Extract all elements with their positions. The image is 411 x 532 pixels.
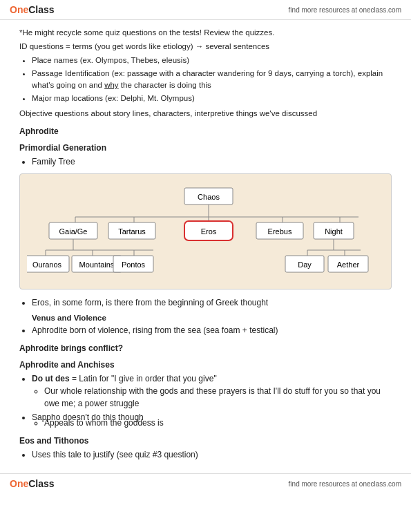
svg-text:Day: Day	[298, 260, 312, 269]
bullet-passage-id: Passage Identification (ex: passage with…	[32, 68, 392, 92]
bullet-place-names: Place names (ex. Olympos, Thebes, eleusi…	[32, 55, 392, 66]
venus-violence-title: Venus and Violence	[32, 314, 392, 322]
conflict-title: Aphrodite brings conflict?	[19, 343, 392, 353]
header-logo: OneClass	[10, 4, 55, 15]
eros-note-list: Eros, in some form, is there from the be…	[32, 296, 392, 309]
primordial-title: Primordial Generation	[19, 143, 392, 153]
bullet-map-locations: Major map locations (ex: Delphi, Mt. Oly…	[32, 93, 392, 104]
svg-text:Tartarus: Tartarus	[118, 227, 146, 236]
venus-bullet-1: Aphrodite born of violence, rising from …	[32, 324, 392, 336]
header-tagline: find more resources at oneclass.com	[289, 6, 401, 14]
svg-text:Mountains: Mountains	[79, 260, 115, 269]
venus-bullets: Aphrodite born of violence, rising from …	[32, 324, 392, 336]
eos-bullet-1: Uses this tale to justify (see quiz #3 q…	[32, 448, 392, 461]
svg-text:Erebus: Erebus	[268, 227, 292, 236]
family-tree-label-list: Family Tree	[32, 155, 392, 168]
intro-line-1: *He might recycle some quiz questions on…	[19, 27, 392, 39]
objective-line: Objective questions about story lines, c…	[19, 108, 392, 120]
svg-text:Chaos: Chaos	[198, 193, 220, 201]
anchises-sub-bullet-1: Our whole relationship with the gods and…	[44, 385, 392, 410]
footer-logo: OneClass	[10, 478, 55, 489]
intro-line-2: ID questions = terms (you get words like…	[19, 41, 392, 53]
svg-text:Ouranos: Ouranos	[32, 260, 62, 269]
page-header: OneClass find more resources at oneclass…	[0, 0, 411, 20]
page-footer: OneClass find more resources at oneclass…	[0, 473, 411, 493]
svg-text:Eros: Eros	[201, 227, 217, 236]
svg-text:Night: Night	[325, 227, 343, 236]
aphrodite-title: Aphrodite	[19, 126, 392, 136]
eros-note: Eros, in some form, is there from the be…	[32, 296, 392, 309]
family-tree-svg: Chaos Gaia/Ge Tartarus Eros Erebus	[27, 184, 384, 281]
intro-block: *He might recycle some quiz questions on…	[19, 27, 392, 120]
anchises-title: Aphrodite and Anchises	[19, 360, 392, 370]
anchises-sub-bullet-sappho: Appeals to whom the goddess is	[44, 417, 392, 429]
eos-bullets: Uses this tale to justify (see quiz #3 q…	[32, 448, 392, 461]
anchises-sub-bullets2-list: Appeals to whom the goddess is	[44, 417, 392, 429]
svg-text:Pontos: Pontos	[122, 260, 146, 269]
top-bullet-list: Place names (ex. Olympos, Thebes, eleusi…	[32, 55, 392, 105]
main-content: *He might recycle some quiz questions on…	[0, 20, 411, 473]
svg-text:Gaia/Ge: Gaia/Ge	[59, 227, 88, 236]
svg-text:Aether: Aether	[337, 260, 360, 269]
anchises-bullets: Do ut des = Latin for "I give in order t…	[32, 372, 392, 410]
family-tree-label: Family Tree	[32, 155, 392, 168]
family-tree-diagram: Chaos Gaia/Ge Tartarus Eros Erebus	[19, 173, 392, 289]
anchises-sub-bullets: Our whole relationship with the gods and…	[44, 385, 392, 410]
footer-tagline: find more resources at oneclass.com	[289, 480, 401, 488]
anchises-bullet-1: Do ut des = Latin for "I give in order t…	[32, 372, 392, 410]
eos-title: Eos and Tithonos	[19, 436, 392, 446]
